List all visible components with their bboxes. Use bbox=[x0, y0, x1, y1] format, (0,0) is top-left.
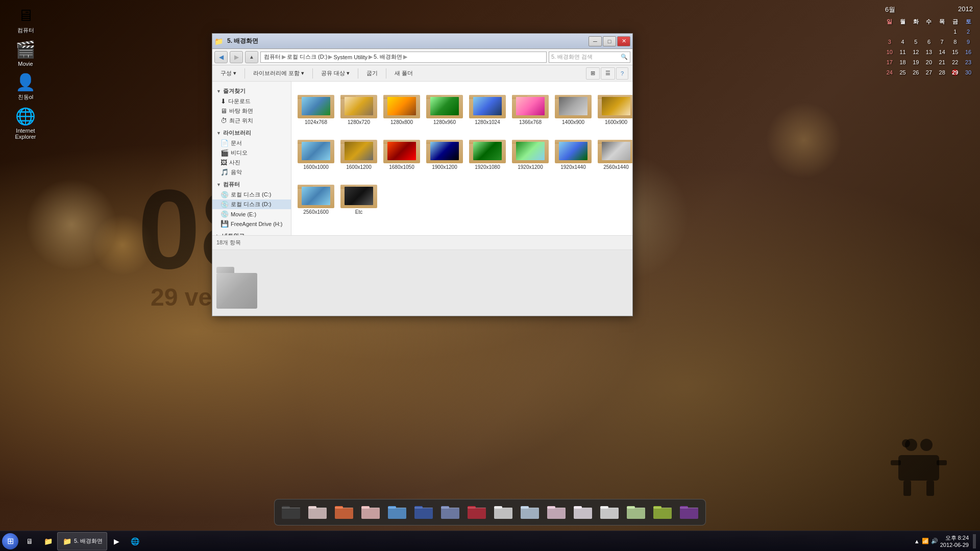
file-item[interactable]: 1400x900 bbox=[553, 86, 594, 129]
library-button[interactable]: 라이브러리에 포함 ▾ bbox=[249, 67, 308, 80]
taskbar-media-player[interactable]: ▶ bbox=[107, 532, 126, 550]
back-button[interactable]: ◀ bbox=[214, 51, 228, 63]
organize-button[interactable]: 구성 ▾ bbox=[216, 67, 240, 80]
taskbar-window-item[interactable]: 📁 5. 배경화면 bbox=[57, 532, 107, 550]
dock-folder-item[interactable] bbox=[411, 502, 436, 522]
dock-folder-item[interactable] bbox=[544, 502, 569, 522]
sidebar-item-desktop[interactable]: 🖥 바탕 화면 bbox=[212, 106, 291, 116]
status-bar: 18개 항목 bbox=[212, 235, 632, 249]
forward-button[interactable]: ▶ bbox=[230, 51, 243, 63]
file-item[interactable]: 1920x1440 bbox=[553, 131, 594, 173]
dock-folder-icon bbox=[282, 505, 300, 520]
sidebar-item-video[interactable]: 🎬 비디오 bbox=[212, 148, 291, 158]
window-item-icon: 📁 bbox=[62, 536, 72, 546]
favorites-chevron: ▼ bbox=[216, 89, 221, 94]
maximize-button[interactable]: □ bbox=[603, 36, 616, 46]
favorites-header[interactable]: ▼ 즐겨찾기 bbox=[212, 86, 291, 96]
desktop-icon-computer[interactable]: 🖥 컴퓨터 bbox=[5, 5, 46, 34]
minimize-button[interactable]: ─ bbox=[589, 36, 602, 46]
dock-folder-item[interactable] bbox=[438, 502, 462, 522]
library-header[interactable]: ▼ 라이브러리 bbox=[212, 128, 291, 138]
view-icons-button[interactable]: ⊞ bbox=[586, 67, 600, 80]
cal-day: 24 bbox=[883, 67, 896, 78]
sidebar-item-drive-h[interactable]: 💾 FreeAgent Drive (H:) bbox=[212, 219, 291, 229]
burn-button[interactable]: 굽기 bbox=[362, 67, 382, 80]
dock-folder-item[interactable] bbox=[305, 502, 330, 522]
dock-folder-item[interactable] bbox=[332, 502, 356, 522]
cal-day-today: 29 bbox=[949, 67, 962, 78]
sidebar-item-drive-d[interactable]: 💿 로컬 디스크 (D:) bbox=[212, 199, 291, 209]
dock-folder-icon bbox=[335, 505, 353, 520]
dock-folder-item[interactable] bbox=[279, 502, 303, 522]
dock-folder-item[interactable] bbox=[571, 502, 595, 522]
desktop-icon-user[interactable]: 👤 친동ol bbox=[5, 72, 46, 101]
cal-day: 13 bbox=[922, 47, 936, 57]
folder-body bbox=[598, 95, 632, 118]
taskbar-ie[interactable]: 🌐 bbox=[126, 532, 144, 550]
cal-day: 15 bbox=[949, 47, 962, 57]
file-item[interactable]: 1600x1200 bbox=[338, 131, 379, 173]
new-folder-button[interactable]: 새 폴더 bbox=[390, 67, 417, 80]
file-item[interactable]: 1366x768 bbox=[510, 86, 551, 129]
file-thumb bbox=[340, 134, 377, 163]
cal-day: 26 bbox=[909, 67, 922, 78]
network-header[interactable]: ▶ 네트워크 bbox=[212, 231, 291, 235]
file-item[interactable]: 1600x900 bbox=[596, 86, 632, 129]
file-name: 1024x768 bbox=[305, 119, 327, 126]
view-details-button[interactable]: ☰ bbox=[601, 67, 615, 80]
dock-folder-item[interactable] bbox=[464, 502, 489, 522]
file-item[interactable]: 1024x768 bbox=[296, 86, 336, 129]
desktop-icon-movie[interactable]: 🎬 Movie bbox=[5, 39, 46, 67]
taskbar-explorer[interactable]: 📁 bbox=[39, 532, 57, 550]
svg-rect-19 bbox=[335, 508, 353, 508]
file-grid: 1024x768 1280x720 1280x800 1280x960 bbox=[296, 86, 628, 218]
dock-folder-icon bbox=[521, 505, 539, 520]
computer-header[interactable]: ▼ 컴퓨터 bbox=[212, 179, 291, 190]
dock-folder-item[interactable] bbox=[358, 502, 383, 522]
close-button[interactable]: ✕ bbox=[617, 36, 630, 46]
file-item[interactable]: 1900x1200 bbox=[424, 131, 465, 173]
file-item[interactable]: 1600x1000 bbox=[296, 131, 336, 173]
file-item[interactable]: 1920x1200 bbox=[510, 131, 551, 173]
dock-folder-item[interactable] bbox=[597, 502, 622, 522]
sidebar-item-download[interactable]: ⬇ 다운로드 bbox=[212, 96, 291, 106]
svg-rect-6 bbox=[891, 460, 901, 465]
dock-folder-item[interactable] bbox=[677, 502, 701, 522]
start-button[interactable]: ⊞ bbox=[0, 531, 20, 552]
cal-day bbox=[909, 27, 922, 37]
dock-folder-item[interactable] bbox=[518, 502, 542, 522]
sidebar-item-recent[interactable]: ⏱ 최근 위치 bbox=[212, 116, 291, 126]
file-thumb bbox=[426, 134, 463, 163]
tray-time[interactable]: 오후 8:24 2012-06-29 bbox=[940, 534, 969, 548]
sidebar-item-photos[interactable]: 🖼 사진 bbox=[212, 158, 291, 167]
taskbar-show-desktop[interactable]: 🖥 bbox=[20, 532, 39, 550]
dock-folder-item[interactable] bbox=[385, 502, 409, 522]
svg-rect-17 bbox=[335, 508, 353, 519]
cal-day bbox=[922, 27, 936, 37]
tray-show-desktop[interactable] bbox=[973, 534, 976, 548]
file-item[interactable]: 2560x1440 bbox=[596, 131, 632, 173]
file-item[interactable]: 2560x1600 bbox=[296, 176, 336, 218]
cal-day bbox=[936, 27, 949, 37]
file-item[interactable]: 1280x1024 bbox=[467, 86, 508, 129]
file-item[interactable]: 1280x720 bbox=[338, 86, 379, 129]
file-item[interactable]: 1280x800 bbox=[381, 86, 422, 129]
file-item[interactable]: 980x551 bbox=[467, 131, 508, 173]
share-button[interactable]: 공유 대상 ▾ bbox=[317, 67, 354, 80]
sidebar-item-docs[interactable]: 📄 문서 bbox=[212, 138, 291, 148]
desktop-icon-ie[interactable]: 🌐 Internet Explorer bbox=[5, 106, 46, 140]
up-button[interactable]: ▲ bbox=[245, 51, 258, 63]
file-item[interactable]: 1280x960 bbox=[424, 86, 465, 129]
sidebar-item-drive-c[interactable]: 💿 로컬 디스크 (C:) bbox=[212, 190, 291, 199]
view-help-button[interactable]: ? bbox=[616, 67, 628, 80]
dock-folder-item[interactable] bbox=[491, 502, 516, 522]
address-path[interactable]: 컴퓨터 ▶ 로컬 디스크 (D:) ▶ System Utility ▶ 5. … bbox=[260, 52, 547, 63]
svg-rect-71 bbox=[680, 508, 698, 508]
sidebar-item-music[interactable]: 🎵 음악 bbox=[212, 167, 291, 177]
file-item[interactable]: 1680x1050 bbox=[381, 131, 422, 173]
dock-folder-item[interactable] bbox=[650, 502, 675, 522]
file-item[interactable]: Etc bbox=[338, 176, 379, 218]
search-box[interactable]: 5. 배경화면 검색 🔍 bbox=[549, 52, 630, 63]
sidebar-item-drive-e[interactable]: 💿 Movie (E:) bbox=[212, 209, 291, 219]
dock-folder-item[interactable] bbox=[624, 502, 648, 522]
